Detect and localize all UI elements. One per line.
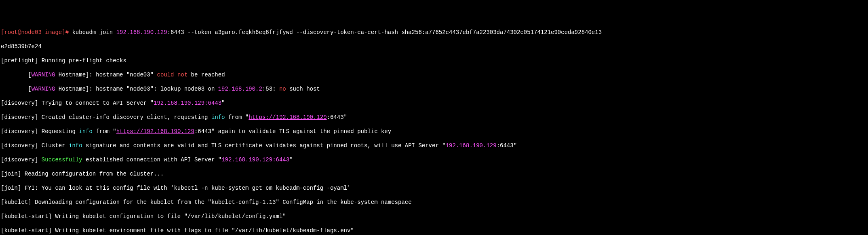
prompt-line-1: [root@node03 image]# kubeadm join 192.16… (1, 29, 867, 36)
d2-post: :6443" (327, 114, 347, 121)
cmd-ip: 192.168.190.129 (116, 29, 167, 36)
kubelet-2: [kubelet-start] Writing kubelet configur… (1, 213, 867, 220)
warn2-tag: WARNING (32, 86, 55, 92)
warn1-post: be reached (188, 72, 225, 78)
d5-succ: Successfully (42, 157, 82, 163)
d3-post: :6443" again to validate TLS against the… (194, 128, 391, 135)
d1-post: " (221, 100, 225, 106)
discovery-5: [discovery] Successfully established con… (1, 157, 867, 164)
discovery-3: [discovery] Requesting info from "https:… (1, 128, 867, 135)
d4-ip: 192.168.190.129 (446, 142, 497, 149)
d4-info: info (69, 142, 82, 149)
d5-post: " (289, 157, 293, 163)
warn1-pre: [ (1, 72, 32, 78)
prompt-line-2: e2d8539b7e24 (1, 43, 867, 51)
join-2: [join] FYI: You can look at this config … (1, 185, 867, 192)
warn2-mid: Hostname]: hostname "node03": lookup nod… (55, 86, 218, 92)
d2-mid: from " (225, 114, 249, 121)
prompt-user-host: [root@node03 image]# (1, 29, 72, 36)
d2-url: https://192.168.190.129 (249, 114, 327, 121)
warning-1: [WARNING Hostname]: hostname "node03" co… (1, 72, 867, 79)
cmd-post1: :6443 --token a3garo.feqkh6eq6frjfywd --… (167, 29, 602, 36)
d2-info: info (211, 114, 225, 121)
join-1: [join] Reading configuration from the cl… (1, 171, 867, 178)
d3-pre: [discovery] Requesting (1, 128, 79, 135)
d4-post: :6443" (497, 142, 517, 149)
d3-mid: from " (93, 128, 116, 135)
warn1-could: could (157, 72, 174, 78)
d5-mid: established connection with API Server " (82, 157, 221, 163)
d4-pre: [discovery] Cluster (1, 142, 69, 149)
d3-info: info (79, 128, 93, 135)
warn2-no: no (279, 86, 286, 92)
preflight-checks: [preflight] Running pre-flight checks (1, 57, 867, 65)
warn1-tag: WARNING (32, 72, 55, 78)
d4-mid: signature and contents are valid and TLS… (82, 142, 446, 149)
kubelet-1: [kubelet] Downloading configuration for … (1, 199, 867, 206)
warn2-post: such host (286, 86, 320, 92)
kubelet-3: [kubelet-start] Writing kubelet environm… (1, 227, 867, 235)
d2-pre: [discovery] Created cluster-info discove… (1, 114, 211, 121)
warning-2: [WARNING Hostname]: hostname "node03": l… (1, 86, 867, 93)
d3-url: https://192.168.190.129 (116, 128, 194, 135)
warn1-mid: Hostname]: hostname "node03" (55, 72, 157, 78)
cmd-pre: kubeadm join (72, 29, 116, 36)
discovery-4: [discovery] Cluster info signature and c… (1, 142, 867, 150)
d5-pre: [discovery] (1, 157, 42, 163)
d5-ip: 192.168.190.129:6443 (221, 157, 289, 163)
discovery-1: [discovery] Trying to connect to API Ser… (1, 100, 867, 107)
warn2-pre: [ (1, 86, 32, 92)
warn2-ip: 192.168.190.2 (218, 86, 262, 92)
warn1-sp (174, 72, 177, 78)
warn2-port: :53: (262, 86, 279, 92)
cmd-line2: e2d8539b7e24 (1, 43, 42, 50)
discovery-2: [discovery] Created cluster-info discove… (1, 114, 867, 121)
d1-ip: 192.168.190.129:6443 (154, 100, 221, 106)
d1-pre: [discovery] Trying to connect to API Ser… (1, 100, 154, 106)
warn1-not: not (177, 72, 188, 78)
